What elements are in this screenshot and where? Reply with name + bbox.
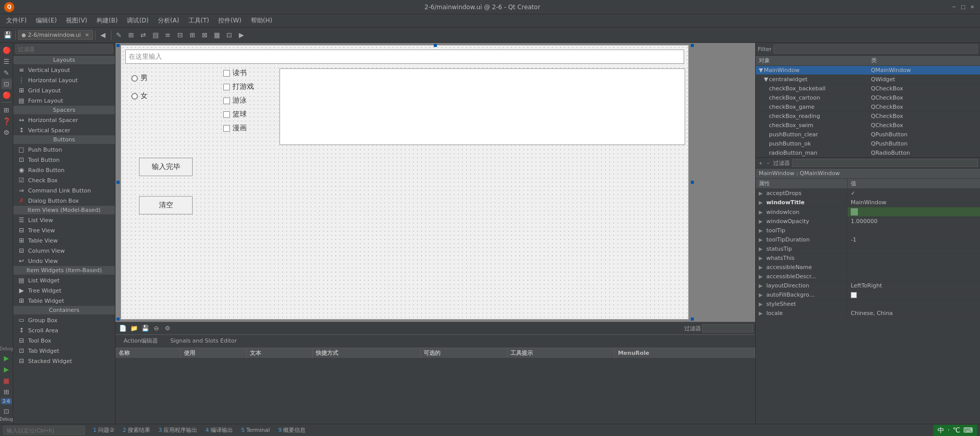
menu-help[interactable]: 帮助(H) — [247, 15, 276, 26]
oi-row-checkbox-swim[interactable]: checkBox_swim QCheckBox — [756, 121, 980, 130]
close-button[interactable]: ✕ — [969, 4, 976, 11]
widget-tree-widget[interactable]: ▶ Tree Widget — [13, 285, 115, 296]
bottom-filter-input[interactable] — [702, 324, 753, 332]
sidebar-projects[interactable]: ☰ — [2, 56, 12, 66]
widget-vertical-layout[interactable]: ≡ Vertical Layout — [13, 65, 115, 75]
btn-clear[interactable]: 清空 — [139, 196, 193, 214]
sidebar-stop[interactable]: ■ — [2, 375, 12, 385]
toolbar-buddy[interactable]: ⊞ — [126, 30, 137, 41]
widget-dialog-button[interactable]: ✗ Dialog Button Box — [13, 196, 115, 206]
toolbar-layout-h[interactable]: ⊟ — [175, 30, 186, 41]
menu-debug[interactable]: 调试(D) — [123, 15, 153, 26]
toolbar-signal[interactable]: ⇄ — [138, 30, 149, 41]
status-compileoutput[interactable]: 4 编译输出 — [205, 426, 233, 434]
bottom-tb-new[interactable]: 📄 — [118, 323, 128, 333]
pe-row-tooltipduration[interactable]: ▶toolTipDuration -1 — [756, 235, 980, 245]
widget-list-view[interactable]: ☰ List View — [13, 215, 115, 225]
pe-row-acceptdrops[interactable]: ▶acceptDrops ✓ — [756, 189, 980, 198]
radio-woman[interactable]: 女 — [131, 91, 148, 101]
status-overview[interactable]: 9 概要信息 — [278, 426, 306, 434]
toolbar-layout-grid[interactable]: ⊠ — [199, 30, 211, 41]
widget-stacked-widget[interactable]: ⊟ Stacked Widget — [13, 356, 115, 366]
widget-tab-widget[interactable]: ⊡ Tab Widget — [13, 346, 115, 356]
sidebar-debug[interactable]: 🔴 — [2, 90, 12, 100]
toolbar-arrow-back[interactable]: ◀ — [98, 30, 109, 41]
bottom-tb-gear[interactable]: ⚙ — [162, 323, 173, 333]
pe-row-whatthis[interactable]: ▶whatsThis — [756, 254, 980, 263]
sidebar-mode5[interactable]: ⊞ — [2, 105, 12, 115]
pe-row-autofill[interactable]: ▶autoFillBackgro... — [756, 290, 980, 300]
bottom-tb-undo[interactable]: ⊖ — [151, 323, 161, 333]
oi-row-radiobutton-man[interactable]: radioButton_man QRadioButton — [756, 149, 980, 158]
pe-row-accessibledescr[interactable]: ▶accessibleDescr... — [756, 272, 980, 281]
toolbar-layout-v[interactable]: ⊞ — [187, 30, 198, 41]
btn-done[interactable]: 输入完毕 — [139, 158, 193, 176]
widget-check-box[interactable]: ☑ Check Box — [13, 175, 115, 185]
check-basketball[interactable]: 篮球 — [223, 110, 247, 119]
pe-row-windowopacity[interactable]: ▶windowOpacity 1.000000 — [756, 217, 980, 226]
right-filter-input[interactable] — [774, 44, 978, 54]
widget-list-widget[interactable]: ▤ List Widget — [13, 275, 115, 285]
status-terminal[interactable]: 5 Terminal — [241, 427, 270, 433]
toolbar-break[interactable]: ⊡ — [224, 30, 235, 41]
menu-view[interactable]: 视图(V) — [62, 15, 91, 26]
sidebar-design[interactable]: ⊡ — [2, 79, 12, 89]
widget-radio-button[interactable]: ◉ Radio Button — [13, 165, 115, 175]
pe-row-tooltip[interactable]: ▶toolTip — [756, 226, 980, 235]
toolbar-align-r[interactable]: ≡ — [162, 30, 174, 41]
check-cartoon[interactable]: 漫画 — [223, 124, 247, 133]
widget-table-view[interactable]: ⊞ Table View — [13, 235, 115, 246]
oi-row-checkbox-backeball[interactable]: checkBox_backeball QCheckBox — [756, 84, 980, 93]
sidebar-debug-run[interactable]: ▶ — [2, 364, 12, 374]
sidebar-edit[interactable]: ✎ — [2, 67, 12, 78]
widget-push-button[interactable]: □ Push Button — [13, 144, 115, 155]
ime-bar[interactable]: 中 · ℃ ⌨ — [934, 425, 977, 436]
pe-row-layoutdirection[interactable]: ▶layoutDirection LeftToRight — [756, 281, 980, 290]
widget-tool-box[interactable]: ⊟ Tool Box — [13, 335, 115, 346]
sidebar-kits[interactable]: ⚙ — [2, 127, 12, 137]
menu-tools[interactable]: 工具(T) — [184, 15, 214, 26]
widget-form-layout[interactable]: ▤ Form Layout — [13, 95, 115, 106]
radio-man[interactable]: 男 — [131, 74, 148, 83]
widget-table-widget[interactable]: ⊞ Table Widget — [13, 296, 115, 306]
restore-button[interactable]: □ — [960, 4, 967, 11]
tab-signals-slots[interactable]: Signals and Slots Editor — [164, 335, 243, 347]
sidebar-run[interactable]: ▶ — [2, 353, 12, 363]
widget-column-view[interactable]: ⊟ Column View — [13, 246, 115, 256]
check-game[interactable]: 打游戏 — [223, 82, 254, 91]
widget-scroll-area[interactable]: ↕ Scroll Area — [13, 325, 115, 335]
pe-row-accessiblename[interactable]: ▶accessibleName — [756, 263, 980, 272]
pe-row-statustip[interactable]: ▶statusTip — [756, 245, 980, 254]
pe-row-locale[interactable]: ▶locale Chinese, China — [756, 309, 980, 318]
status-appoutput[interactable]: 3 应用程序输出 — [158, 426, 197, 434]
status-problems[interactable]: 1 问题② — [93, 426, 114, 434]
bottom-tb-save[interactable]: 💾 — [140, 323, 150, 333]
toolbar-layout-form[interactable]: ▦ — [212, 30, 223, 41]
pe-add-icon[interactable]: ＋ — [758, 159, 763, 167]
pe-row-windowtitle[interactable]: ▶windowTitle MainWindow — [756, 198, 980, 207]
oi-row-pushbutton-ok[interactable]: pushButton_ok QPushButton — [756, 139, 980, 149]
autofill-checkbox[interactable] — [851, 292, 857, 298]
toolbar-file-tab[interactable]: ● 2-6/mainwindow.ui ✕ — [18, 30, 93, 40]
menu-file[interactable]: 文件(F) — [2, 15, 31, 26]
form-input[interactable]: 在这里输入 — [125, 50, 684, 64]
widget-group-box[interactable]: ▭ Group Box — [13, 315, 115, 325]
check-swim[interactable]: 游泳 — [223, 96, 247, 105]
toolbar-edit[interactable]: ✎ — [113, 30, 125, 41]
check-read[interactable]: 读书 — [223, 68, 247, 78]
menu-build[interactable]: 构建(B) — [92, 15, 122, 26]
pe-filter-input[interactable] — [792, 159, 978, 167]
oi-row-checkbox-reading[interactable]: checkBox_reading QCheckBox — [756, 112, 980, 121]
sidebar-help[interactable]: ❓ — [2, 116, 12, 126]
widget-grid-layout[interactable]: ⊞ Grid Layout — [13, 85, 115, 95]
toolbar-align-l[interactable]: ▤ — [150, 30, 161, 41]
menu-edit[interactable]: 编辑(E) — [32, 15, 61, 26]
widget-tool-button[interactable]: ⊡ Tool Button — [13, 155, 115, 165]
sidebar-welcome[interactable]: 🔴 — [2, 45, 12, 55]
widget-tree-view[interactable]: ⊟ Tree View — [13, 225, 115, 235]
oi-row-centralwidget[interactable]: ▼centralwidget QWidget — [756, 75, 980, 84]
tab-action-editor[interactable]: Action编辑器 — [118, 335, 164, 348]
widget-horizontal-layout[interactable]: ⋮ Horizontal Layout — [13, 75, 115, 85]
widget-filter-input[interactable] — [15, 44, 113, 54]
widget-command-link[interactable]: ⇒ Command Link Button — [13, 185, 115, 196]
